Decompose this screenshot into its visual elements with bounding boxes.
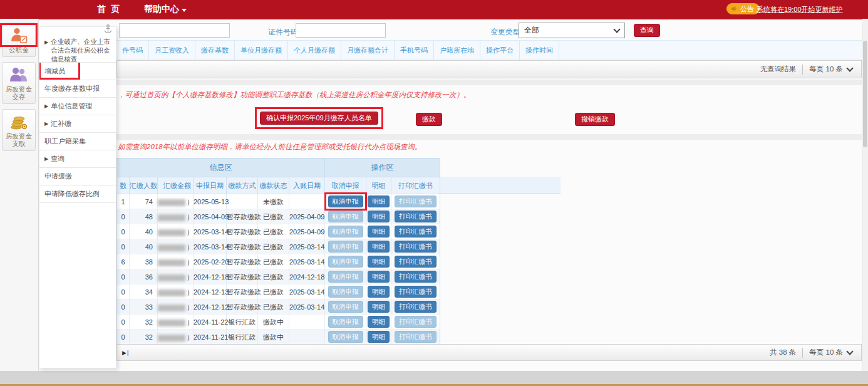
page-size-select[interactable]: 每页 10 条	[809, 348, 861, 357]
page-size-value: 每页 10 条	[809, 65, 843, 74]
menu-item-4[interactable]: ▶单位信息管理	[39, 98, 116, 115]
search-button[interactable]: 查询	[634, 24, 660, 37]
menu-item-3[interactable]: 年度缴存基数申报	[39, 80, 116, 98]
total-count-text: 共 38 条	[770, 348, 796, 357]
print-remit-button[interactable]: 打印汇缴书	[395, 316, 437, 328]
cell-pay-method: 暂存款缴款	[227, 209, 258, 224]
table-row: 638）2025-02-20暂存款缴款已缴款2025-03-14取消申报明细打印…	[117, 254, 440, 269]
print-remit-button[interactable]: 打印汇缴书	[395, 226, 437, 237]
speaker-icon	[731, 6, 738, 12]
detail-button-cell: 明细	[366, 209, 391, 224]
menu-item-label: 年度缴存基数申报	[44, 80, 100, 97]
cancel-declare-button[interactable]: 取消申报	[328, 271, 363, 283]
print-remit-button-cell: 打印汇缴书	[391, 209, 440, 224]
cancel-declare-button[interactable]: 取消申报	[328, 301, 363, 313]
cancel-declare-button[interactable]: 取消申报	[328, 241, 363, 253]
name-search-input[interactable]	[119, 23, 230, 38]
scrollbar-thumb[interactable]	[863, 41, 867, 147]
cell-pay-method: 暂存款缴款	[227, 239, 258, 254]
last-page-button[interactable]: ▶|	[122, 350, 129, 356]
sidebar-item-label: 房改资金 交存	[3, 85, 35, 100]
remit-table-pager: ▶| 共 38 条 每页 10 条	[116, 344, 862, 361]
sidebar-item-fund[interactable]: 公积金	[2, 23, 36, 57]
detail-button[interactable]: 明细	[368, 256, 390, 268]
chevron-right-icon: ▶	[44, 38, 48, 47]
cancel-declare-button[interactable]: 取消申报	[328, 226, 363, 237]
table-row: 034）2024-12-13暂存款缴款已缴款2025-03-14取消申报明细打印…	[117, 284, 440, 300]
cancel-declare-button[interactable]: 取消申报	[328, 331, 363, 343]
menu-item-6[interactable]: 职工户籍采集	[39, 133, 116, 150]
menu-item-9[interactable]: 申请降低缴存比例	[39, 185, 116, 203]
cancel-declare-button[interactable]: 取消申报	[328, 256, 363, 268]
detail-button[interactable]: 明细	[368, 241, 390, 253]
cell-count: 6	[117, 254, 130, 269]
table-row: 048）2025-04-09暂存款缴款已缴款2025-04-09取消申报明细打印…	[117, 209, 440, 224]
cancel-declare-button[interactable]: 取消申报	[328, 211, 363, 222]
cancel-declare-button[interactable]: 取消申报	[328, 316, 363, 328]
cell-pay-method: 银行汇款	[227, 315, 258, 330]
cancel-declare-button[interactable]: 取消申报	[328, 286, 363, 298]
detail-button[interactable]: 明细	[368, 316, 390, 328]
notice-badge-label: 公告	[740, 4, 754, 14]
anchor-icon[interactable]	[104, 24, 112, 36]
pay-button[interactable]: 缴款	[416, 113, 442, 126]
cell-people-count: 40	[130, 239, 158, 254]
print-remit-button[interactable]: 打印汇缴书	[395, 196, 437, 207]
cell-declare-date: 2025-03-14	[194, 239, 227, 254]
cell-entry-date: 2025-04-09	[289, 224, 325, 239]
table-row: 033）2024-12-12暂存款缴款已缴款2025-03-14取消申报明细打印…	[117, 300, 440, 315]
cell-people-count: 40	[130, 224, 158, 239]
cell-amount: ）	[158, 209, 194, 224]
nav-home[interactable]: 首 页	[97, 4, 121, 15]
vertical-scrollbar[interactable]	[862, 19, 868, 371]
table-column-header-5: 缴款方式	[227, 177, 258, 194]
page-size-select[interactable]: 每页 10 条	[809, 65, 861, 74]
detail-button[interactable]: 明细	[368, 226, 390, 237]
masked-amount	[158, 199, 185, 206]
sidebar-item-housing-withdraw[interactable]: 房改资金 支取	[2, 109, 36, 151]
cell-pay-method: 暂存款缴款	[227, 300, 258, 315]
detail-button[interactable]: 明细	[368, 211, 390, 222]
print-remit-button[interactable]: 打印汇缴书	[395, 286, 437, 298]
nav-help-menu[interactable]: 帮助中心	[144, 4, 187, 15]
topbar: 首 页 帮助中心 公告 系统将在19:00开始更新维护	[0, 0, 868, 19]
detail-button[interactable]: 明细	[368, 271, 390, 283]
table-column-header-10: 打印汇缴书	[391, 177, 440, 194]
cell-amount: ）	[158, 284, 194, 300]
remit-table-group-header: 信息区 操作区	[117, 159, 440, 177]
print-remit-button[interactable]: 打印汇缴书	[395, 301, 437, 313]
cell-people-count: 34	[130, 284, 158, 300]
confirm-declare-button[interactable]: 确认申报2025年09月缴存人员名单	[260, 112, 378, 125]
masked-amount	[158, 320, 185, 326]
remit-table-body: 174）2025-05-13未缴款取消申报明细打印汇缴书048）2025-04-…	[117, 194, 440, 345]
menu-item-7[interactable]: ▶查询	[39, 150, 116, 168]
sidebar-item-housing-deposit[interactable]: 房改资金 交存	[2, 62, 36, 104]
print-remit-button[interactable]: 打印汇缴书	[395, 256, 437, 268]
detail-button[interactable]: 明细	[368, 196, 390, 207]
revoke-pay-button[interactable]: 撤销缴款	[575, 113, 615, 126]
menu-item-8[interactable]: 申请缓缴	[39, 168, 116, 185]
table-row: 040）2025-03-14暂存款缴款已缴款2025-03-14取消申报明细打印…	[117, 239, 440, 254]
cell-entry-date	[289, 315, 325, 330]
menu-item-1[interactable]: ▶企业破产、企业上市合法合规住房公积金信息核查	[39, 34, 116, 63]
print-remit-button[interactable]: 打印汇缴书	[395, 241, 437, 253]
detail-button[interactable]: 明细	[368, 331, 390, 343]
print-remit-button[interactable]: 打印汇缴书	[395, 331, 437, 343]
masked-amount	[158, 305, 185, 311]
detail-button[interactable]: 明细	[368, 286, 390, 298]
change-type-select[interactable]: 全部	[519, 23, 625, 38]
print-remit-button[interactable]: 打印汇缴书	[395, 211, 437, 222]
cert-number-input[interactable]	[296, 23, 386, 38]
cancel-declare-button[interactable]: 取消申报	[328, 196, 363, 207]
detail-button[interactable]: 明细	[368, 301, 390, 313]
cell-pay-method: 银行汇款	[227, 330, 258, 345]
maintenance-notice-link[interactable]: 系统将在19:00开始更新维护	[757, 5, 843, 14]
table-column-header-1: 数	[117, 177, 130, 194]
chevron-down-icon	[846, 65, 853, 71]
print-remit-button[interactable]: 打印汇缴书	[395, 271, 437, 283]
menu-item-5[interactable]: ▶汇补缴	[39, 115, 116, 133]
detail-button-cell: 明细	[366, 284, 391, 300]
cell-people-count: 32	[130, 330, 158, 345]
cell-count: 0	[117, 330, 130, 345]
menu-item-2[interactable]: 增减员	[39, 63, 116, 80]
